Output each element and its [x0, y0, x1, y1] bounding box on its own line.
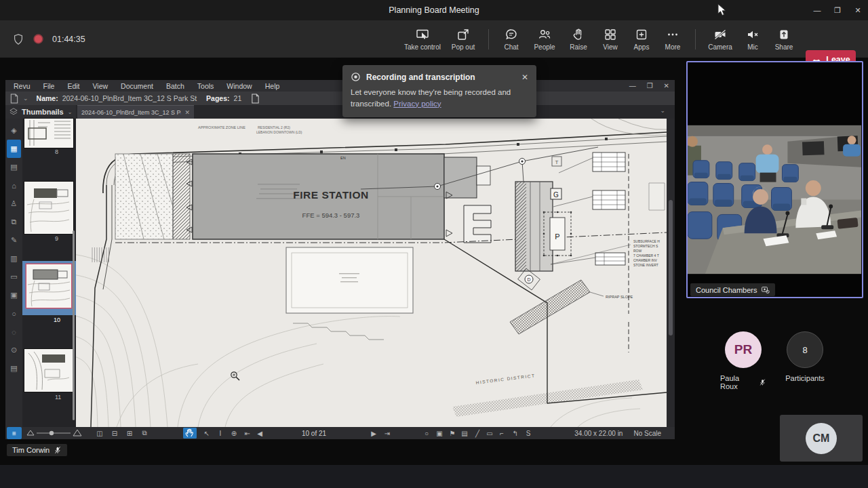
- sidebar-measurements-icon[interactable]: ▣: [7, 286, 21, 304]
- sidebar-search-icon[interactable]: ○: [7, 304, 21, 323]
- sidebar-bookmarks-icon[interactable]: ▤: [7, 158, 21, 176]
- zoom-tool-icon[interactable]: ⊕: [228, 427, 240, 439]
- sidebar-layers-icon[interactable]: ◈: [7, 121, 21, 140]
- apps-icon: [635, 28, 648, 41]
- sidebar-forms-icon[interactable]: ◌: [7, 323, 21, 341]
- pop-out-button[interactable]: Pop out: [445, 20, 481, 58]
- sidebar-signatures-icon[interactable]: ⊙: [7, 341, 21, 359]
- participants-overflow[interactable]: 8 Participants: [781, 331, 829, 382]
- select-tool-icon[interactable]: ↖: [201, 427, 213, 439]
- flag-markup-icon[interactable]: ⚑: [446, 427, 458, 439]
- panel-icon: [9, 108, 18, 116]
- canvas-scrollbar[interactable]: [667, 119, 675, 427]
- menu-tools[interactable]: Tools: [197, 82, 214, 90]
- first-page-icon[interactable]: ⇤: [241, 427, 254, 439]
- page-indicator[interactable]: 10 of 21: [263, 427, 365, 439]
- thumbnails-panel-header[interactable]: Thumbnails ⌄: [5, 105, 76, 119]
- markup-list-button[interactable]: ≡: [7, 427, 22, 439]
- council-chambers-video: [688, 125, 861, 274]
- revu-minimize-button[interactable]: —: [629, 82, 636, 89]
- last-page-icon[interactable]: ⇥: [381, 427, 393, 439]
- split-vertical-icon[interactable]: ◫: [94, 427, 106, 439]
- sidebar-studio-icon[interactable]: ♙: [7, 195, 21, 213]
- tab-close-icon[interactable]: ✕: [184, 109, 190, 116]
- thumbnail-page-10[interactable]: [26, 264, 71, 308]
- sidebar-links-icon[interactable]: ⧉: [7, 213, 21, 231]
- page-setup-icon[interactable]: ⊞: [123, 427, 136, 439]
- apps-button[interactable]: Apps: [626, 20, 657, 58]
- sidebar-spaces-icon[interactable]: ⌂: [7, 176, 21, 195]
- minimize-button[interactable]: —: [807, 0, 827, 20]
- title-bar: Planning Board Meeting — ❐ ✕: [0, 0, 868, 20]
- people-icon: [538, 28, 551, 41]
- image-markup-icon[interactable]: ▤: [458, 427, 471, 439]
- sidebar-thumbnails-icon[interactable]: ▦: [7, 140, 21, 158]
- name-label: Name:: [37, 94, 58, 102]
- revu-close-button[interactable]: ✕: [664, 82, 669, 89]
- menu-view[interactable]: View: [93, 82, 108, 90]
- sidebar-tool-chest-icon[interactable]: ▭: [7, 268, 21, 286]
- menu-file[interactable]: File: [43, 82, 55, 90]
- close-button[interactable]: ✕: [848, 0, 868, 20]
- toast-close-icon[interactable]: ✕: [521, 73, 528, 82]
- mic-button[interactable]: Mic: [738, 20, 768, 58]
- privacy-policy-link[interactable]: Privacy policy: [393, 100, 441, 108]
- revu-menu-bar: Revu File Edit View Document Batch Tools…: [5, 80, 675, 92]
- cloud-markup-icon[interactable]: S: [522, 427, 534, 439]
- maximize-button[interactable]: ❐: [827, 0, 848, 20]
- council-chambers-video-tile[interactable]: [686, 61, 863, 298]
- mic-muted-icon: [54, 446, 62, 454]
- pan-tool-button[interactable]: [183, 428, 197, 439]
- revu-restore-button[interactable]: ❐: [647, 82, 653, 89]
- page-icon[interactable]: [251, 94, 260, 104]
- drawing-canvas[interactable]: APPROXIMATE ZONE LINE RESIDENTIAL 2 (R2)…: [76, 119, 667, 427]
- zoom-slider[interactable]: [24, 427, 82, 439]
- more-button[interactable]: More: [657, 20, 688, 58]
- revu-sidebar-strip: ◈ ▦ ▤ ⌂ ♙ ⧉ ✎ ▥ ▭ ▣ ○ ◌ ⊙ ▤: [5, 119, 22, 427]
- menu-document[interactable]: Document: [121, 82, 153, 90]
- panel-scrollbar[interactable]: [73, 230, 75, 420]
- rectangle-markup-icon[interactable]: ▭: [484, 427, 496, 439]
- tab-list-chevron[interactable]: ⌄: [660, 107, 665, 114]
- menu-edit[interactable]: Edit: [67, 82, 79, 90]
- sync-views-icon[interactable]: ⧉: [138, 427, 151, 439]
- take-control-button[interactable]: Take control: [400, 20, 445, 58]
- recording-toast: Recording and transcription ✕ Let everyo…: [342, 65, 536, 117]
- polygon-markup-icon[interactable]: ⌐: [496, 427, 508, 439]
- participant-paula[interactable]: PR Paula Roux: [720, 331, 766, 390]
- next-page-icon[interactable]: ▶: [368, 427, 380, 439]
- menu-window[interactable]: Window: [226, 82, 252, 90]
- share-button[interactable]: Share: [768, 20, 800, 58]
- people-button[interactable]: People: [527, 20, 562, 58]
- sidebar-markup-icon[interactable]: ✎: [7, 231, 21, 249]
- menu-batch[interactable]: Batch: [166, 82, 184, 90]
- sidebar-file-access-icon[interactable]: ▤: [7, 359, 21, 378]
- site-plan-drawing: APPROXIMATE ZONE LINE RESIDENTIAL 2 (R2)…: [76, 119, 667, 427]
- subsurface-note: SUBSURFACE H STORMTECH S ROW 7 CHAMBER 4…: [633, 239, 660, 267]
- thumbnail-page-8[interactable]: [24, 119, 73, 148]
- file-icon[interactable]: [9, 94, 19, 104]
- self-video-tile[interactable]: CM: [780, 415, 863, 462]
- line-markup-icon[interactable]: ╱: [471, 427, 484, 439]
- text-select-tool-icon[interactable]: I: [214, 427, 226, 439]
- sidebar-properties-icon[interactable]: ▥: [7, 249, 21, 268]
- menu-help[interactable]: Help: [265, 82, 280, 90]
- thumbnail-page-11[interactable]: [24, 349, 73, 392]
- document-tab[interactable]: 2024-06-10_PlnBrd_Item 3C_12 S Park St ✕: [77, 105, 194, 119]
- record-icon: [351, 72, 361, 82]
- camera-button[interactable]: Camera: [703, 20, 738, 58]
- split-horizontal-icon[interactable]: ⊟: [108, 427, 121, 439]
- windows-taskbar: Type here to search: [0, 465, 868, 488]
- polyline-markup-icon[interactable]: ↰: [509, 427, 521, 439]
- presenter-chip: Tim Corwin: [7, 444, 67, 456]
- file-dropdown-chevron[interactable]: ⌄: [23, 95, 28, 102]
- raise-hand-button[interactable]: Raise: [562, 20, 595, 58]
- ellipse-markup-icon[interactable]: ○: [420, 427, 433, 439]
- t-marker: T: [555, 159, 559, 165]
- thumbnail-page-9[interactable]: [24, 182, 73, 234]
- view-button[interactable]: View: [595, 20, 626, 58]
- text-box-markup-icon[interactable]: ▣: [433, 427, 446, 439]
- menu-revu[interactable]: Revu: [14, 82, 31, 90]
- chat-button[interactable]: Chat: [496, 20, 527, 58]
- scrollbar-thumb[interactable]: [669, 200, 673, 336]
